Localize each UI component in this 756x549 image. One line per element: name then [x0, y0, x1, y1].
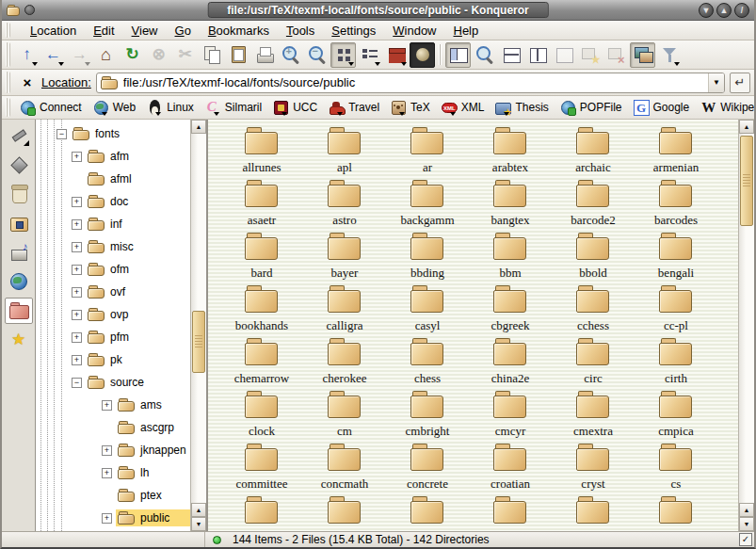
folder-item[interactable]: cchess: [552, 285, 635, 338]
folder-item[interactable]: arabtex: [469, 127, 552, 180]
toolbar-button[interactable]: [498, 42, 523, 68]
scroll-down-button[interactable]: ▼: [739, 517, 754, 531]
menu-item[interactable]: Bookmarks: [208, 24, 269, 38]
location-dropdown-button[interactable]: ▼: [708, 73, 724, 92]
sidebar-tab[interactable]: [5, 181, 33, 207]
folder-item[interactable]: [469, 496, 552, 531]
toolbar-button[interactable]: ←: [40, 42, 66, 68]
bookmark-item[interactable]: Google: [629, 99, 695, 117]
tree-item[interactable]: fonts: [36, 122, 190, 145]
tree-expander[interactable]: [72, 378, 82, 388]
location-input[interactable]: [123, 75, 703, 89]
toolbar-button[interactable]: [524, 42, 550, 68]
bookmark-item[interactable]: POPFile: [555, 99, 627, 117]
scrollbar-thumb[interactable]: [740, 136, 753, 226]
tree-expander[interactable]: [56, 129, 67, 139]
toolbar-button[interactable]: −: [304, 42, 330, 68]
menu-item[interactable]: Help: [454, 24, 479, 38]
tree-item[interactable]: public: [36, 507, 190, 529]
toolbar-button[interactable]: [383, 42, 409, 68]
bookmark-item[interactable]: Thesis: [491, 99, 553, 117]
folder-item[interactable]: cs: [635, 444, 717, 496]
toolbar-button[interactable]: [472, 42, 497, 68]
scrollbar-track[interactable]: [739, 134, 754, 503]
tree-item[interactable]: ovp: [36, 303, 190, 326]
status-check-icon[interactable]: ✓: [739, 533, 752, 546]
folder-item[interactable]: [303, 496, 386, 531]
tree-expander[interactable]: [72, 152, 82, 162]
scroll-up-button[interactable]: ▲: [739, 120, 754, 134]
tree-expander[interactable]: [102, 513, 112, 524]
folder-item[interactable]: cm: [303, 391, 386, 444]
folder-item[interactable]: chess: [386, 338, 469, 391]
folder-item[interactable]: [386, 496, 469, 531]
folder-item[interactable]: barcode2: [552, 180, 635, 233]
bookmark-item[interactable]: XML: [437, 99, 490, 117]
folder-item[interactable]: bbding: [386, 233, 469, 285]
tree-item[interactable]: jknappen: [36, 439, 190, 461]
folder-item[interactable]: cirth: [635, 338, 717, 391]
sidebar-tab[interactable]: [5, 298, 33, 324]
bookmark-item[interactable]: Travel: [324, 99, 384, 117]
toolbar-button[interactable]: [445, 42, 471, 68]
folder-item[interactable]: cmbright: [386, 391, 469, 444]
toolbar-button[interactable]: [577, 42, 603, 68]
tree-item[interactable]: source: [36, 371, 190, 394]
folder-item[interactable]: clock: [220, 391, 303, 444]
toolbar-button[interactable]: [330, 42, 356, 68]
folder-item[interactable]: bard: [220, 233, 303, 285]
folder-item[interactable]: astro: [303, 180, 386, 233]
scrollbar-track[interactable]: [191, 134, 206, 503]
tree-expander[interactable]: [72, 355, 82, 365]
toolbar-button[interactable]: [436, 42, 444, 68]
folder-item[interactable]: cbgreek: [469, 285, 552, 338]
folder-item[interactable]: bbm: [469, 233, 552, 285]
folder-item[interactable]: apl: [303, 127, 386, 180]
window-control-button[interactable]: ▼: [699, 3, 714, 18]
folder-item[interactable]: barcodes: [635, 180, 717, 233]
go-button[interactable]: ↵: [730, 73, 750, 93]
toolbar-button[interactable]: [357, 42, 382, 68]
folder-item[interactable]: bookhands: [220, 285, 303, 338]
toolbar-button[interactable]: [410, 42, 435, 68]
tree-item[interactable]: ovf: [36, 281, 190, 303]
folder-item[interactable]: cherokee: [303, 338, 386, 391]
sidebar-tab[interactable]: [5, 152, 33, 178]
scroll-up-button[interactable]: ▲: [739, 503, 754, 517]
clear-location-icon[interactable]: ×: [18, 73, 37, 92]
window-control-button[interactable]: /: [734, 3, 749, 18]
scroll-up-button[interactable]: ▲: [191, 120, 206, 134]
tree-item[interactable]: misc: [36, 235, 190, 258]
folder-item[interactable]: armenian: [635, 127, 717, 180]
folder-item[interactable]: bangtex: [469, 180, 552, 233]
menu-item[interactable]: Window: [393, 24, 436, 38]
folder-item[interactable]: bayer: [303, 233, 386, 285]
tree-expander[interactable]: [72, 242, 82, 252]
tree-item[interactable]: afml: [36, 168, 190, 190]
folder-item[interactable]: asaetr: [220, 180, 303, 233]
toolbar-button[interactable]: +: [278, 42, 303, 68]
folder-item[interactable]: concmath: [303, 444, 386, 496]
toolbar-button[interactable]: ✂: [172, 42, 198, 68]
tree-item[interactable]: lh: [36, 461, 190, 484]
location-combobox[interactable]: ▼: [96, 73, 725, 93]
folder-item[interactable]: calligra: [303, 285, 386, 338]
scroll-up-button[interactable]: ▲: [191, 503, 206, 517]
toolbar-button[interactable]: [603, 42, 629, 68]
tree-item[interactable]: doc: [36, 190, 190, 213]
folder-item[interactable]: cmextra: [552, 391, 635, 444]
folder-item[interactable]: bbold: [552, 233, 635, 285]
menu-item[interactable]: View: [132, 24, 158, 38]
main-scrollbar[interactable]: ▲ ▲ ▼: [738, 120, 754, 531]
sidebar-tab[interactable]: [5, 268, 33, 295]
menu-item[interactable]: Tools: [286, 24, 314, 38]
folder-item[interactable]: croatian: [469, 444, 552, 496]
folder-item[interactable]: casyl: [386, 285, 469, 338]
bookmark-item[interactable]: Connect: [15, 99, 87, 117]
tree-item[interactable]: ofm: [36, 258, 190, 281]
folder-item[interactable]: circ: [552, 338, 635, 391]
tree-item[interactable]: pfm: [36, 326, 190, 348]
menu-item[interactable]: Location: [30, 24, 76, 38]
tree-expander[interactable]: [72, 332, 82, 343]
folder-item[interactable]: backgamm: [386, 180, 469, 233]
